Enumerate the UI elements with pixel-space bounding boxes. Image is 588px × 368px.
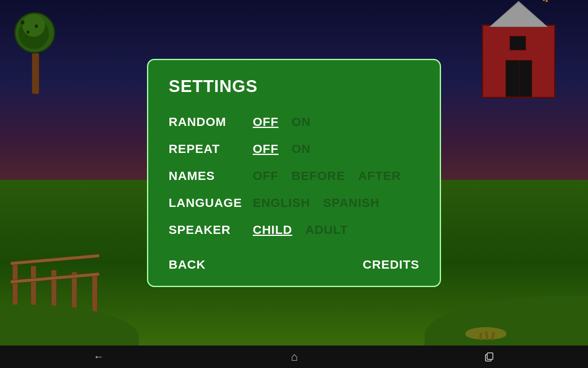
random-off-option[interactable]: OFF [250,114,281,130]
speaker-row: SPEAKER CHILD ADULT [169,218,419,241]
random-label: RANDOM [169,115,250,129]
random-on-option[interactable]: ON [289,114,313,130]
names-label: NAMES [169,169,250,183]
settings-title: SETTINGS [169,76,419,96]
random-options: OFF ON [250,114,313,130]
names-row: NAMES OFF BEFORE AFTER [169,164,419,187]
nav-recents-button[interactable] [485,352,494,362]
random-row: RANDOM OFF ON [169,110,419,133]
repeat-on-option[interactable]: ON [289,141,313,157]
speaker-options: CHILD ADULT [250,222,350,238]
language-label: LANGUAGE [169,196,250,210]
language-row: LANGUAGE ENGLISH SPANISH [169,191,419,214]
speaker-label: SPEAKER [169,223,250,237]
nav-bar [0,346,588,368]
settings-footer: BACK CREDITS [169,258,419,272]
names-off-option[interactable]: OFF [250,168,281,184]
repeat-off-option[interactable]: OFF [250,141,281,157]
speaker-child-option[interactable]: CHILD [250,222,295,238]
settings-rows: RANDOM OFF ON REPEAT OFF ON NAMES OFF [169,110,419,241]
svg-rect-1 [487,353,493,359]
names-after-option[interactable]: AFTER [356,168,403,184]
dialog-overlay: SETTINGS RANDOM OFF ON REPEAT OFF ON [0,0,588,346]
speaker-adult-option[interactable]: ADULT [303,222,350,238]
language-english-option[interactable]: ENGLISH [250,195,312,211]
names-options: OFF BEFORE AFTER [250,168,403,184]
language-spanish-option[interactable]: SPANISH [321,195,382,211]
nav-home-button[interactable] [291,350,298,364]
nav-back-button[interactable] [94,350,104,363]
settings-dialog: SETTINGS RANDOM OFF ON REPEAT OFF ON [147,59,441,287]
credits-button[interactable]: CREDITS [363,258,419,272]
back-button[interactable]: BACK [169,258,206,272]
language-options: ENGLISH SPANISH [250,195,382,211]
names-before-option[interactable]: BEFORE [289,168,347,184]
repeat-label: REPEAT [169,142,250,156]
repeat-options: OFF ON [250,141,313,157]
repeat-row: REPEAT OFF ON [169,137,419,160]
